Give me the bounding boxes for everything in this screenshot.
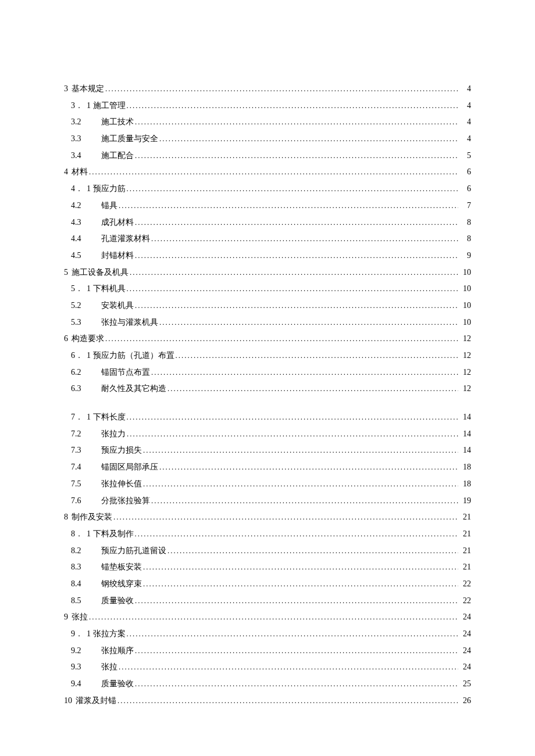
toc-leader-dots bbox=[135, 249, 458, 262]
toc-leader-dots bbox=[151, 494, 458, 507]
toc-section-number: 4.3 bbox=[71, 215, 91, 230]
toc-page-number: 9 bbox=[459, 248, 471, 263]
toc-page-number: 4 bbox=[459, 114, 471, 129]
toc-section-title: 张拉 bbox=[101, 662, 117, 671]
toc-blank-line bbox=[64, 398, 471, 410]
toc-entry: 9.4质量验收25 bbox=[64, 676, 471, 691]
toc-page-number: 24 bbox=[459, 660, 471, 674]
toc-leader-dots bbox=[127, 282, 459, 295]
toc-entry: 5施工设备及机具10 bbox=[64, 265, 471, 280]
toc-section-title: 施工配合 bbox=[101, 151, 134, 160]
toc-entry: 4.2锚具7 bbox=[64, 198, 471, 213]
toc-entry: 8制作及安装21 bbox=[64, 510, 471, 524]
toc-section-number: 4.2 bbox=[71, 198, 91, 213]
toc-leader-dots bbox=[130, 266, 458, 279]
toc-entry: 7.6分批张拉验算19 bbox=[64, 493, 471, 508]
toc-section-number: 6． bbox=[71, 351, 83, 360]
toc-page-number: 25 bbox=[459, 676, 471, 691]
toc-section-title: 1 张拉方案 bbox=[87, 629, 126, 638]
toc-section-number: 8.4 bbox=[71, 576, 91, 591]
toc-section-number: 7.4 bbox=[71, 460, 91, 474]
toc-chapter-title: 基本规定 bbox=[72, 84, 104, 93]
toc-label: 8.2预应力筋孔道留设 bbox=[71, 543, 166, 558]
toc-section-title: 分批张拉验算 bbox=[101, 496, 150, 505]
toc-entry: 4．1 预应力筋6 bbox=[64, 181, 471, 196]
toc-page-number: 4 bbox=[459, 98, 471, 113]
toc-label: 7.4锚固区局部承压 bbox=[71, 460, 158, 474]
toc-label: 6.3耐久性及其它构造 bbox=[71, 381, 166, 396]
toc-label: 6．1 预应力筋（孔道）布置 bbox=[71, 348, 174, 363]
table-of-contents: 3基本规定43．1 施工管理43.2施工技术43.3施工质量与安全43.4施工配… bbox=[64, 81, 471, 708]
toc-page-number: 21 bbox=[459, 560, 471, 574]
toc-section-number: 7.5 bbox=[71, 476, 91, 491]
toc-section-title: 孔道灌浆材料 bbox=[101, 234, 150, 243]
toc-section-title: 成孔材料 bbox=[101, 218, 134, 227]
toc-entry: 6.2锚固节点布置12 bbox=[64, 365, 471, 379]
toc-page-number: 10 bbox=[459, 265, 471, 280]
toc-entry: 4.3成孔材料8 bbox=[64, 215, 471, 230]
toc-label: 9．1 张拉方案 bbox=[71, 626, 126, 641]
toc-page-number: 12 bbox=[459, 365, 471, 379]
toc-page-number: 12 bbox=[459, 381, 471, 396]
toc-page-number: 18 bbox=[459, 476, 471, 491]
toc-label: 4材料 bbox=[64, 164, 88, 179]
toc-leader-dots bbox=[167, 544, 458, 557]
toc-section-number: 4． bbox=[71, 184, 83, 193]
toc-page-number: 22 bbox=[459, 576, 471, 591]
toc-entry: 7.5张拉伸长值18 bbox=[64, 476, 471, 491]
toc-label: 6构造要求 bbox=[64, 331, 104, 346]
toc-leader-dots bbox=[135, 115, 458, 128]
toc-entry: 8.5质量验收22 bbox=[64, 593, 471, 608]
toc-leader-dots bbox=[176, 349, 459, 362]
toc-section-number: 7.3 bbox=[71, 443, 91, 457]
toc-entry: 8.4钢绞线穿束22 bbox=[64, 576, 471, 591]
toc-page-number: 21 bbox=[459, 543, 471, 558]
toc-leader-dots bbox=[119, 660, 458, 673]
toc-leader-dots bbox=[151, 232, 458, 245]
toc-entry: 9.2张拉顺序24 bbox=[64, 643, 471, 658]
toc-leader-dots bbox=[143, 443, 458, 457]
toc-entry: 6构造要求12 bbox=[64, 331, 471, 346]
toc-entry: 4.5封锚材料9 bbox=[64, 248, 471, 263]
toc-leader-dots bbox=[159, 316, 458, 329]
toc-entry: 6．1 预应力筋（孔道）布置12 bbox=[64, 348, 471, 363]
toc-label: 4.3成孔材料 bbox=[71, 215, 134, 230]
toc-leader-dots bbox=[89, 165, 458, 178]
toc-chapter-title: 张拉 bbox=[72, 612, 88, 621]
toc-label: 7.2张拉力 bbox=[71, 427, 126, 441]
toc-chapter-number: 6 bbox=[64, 334, 68, 343]
toc-section-title: 质量验收 bbox=[101, 596, 134, 605]
toc-section-number: 6.3 bbox=[71, 381, 91, 396]
toc-leader-dots bbox=[143, 560, 458, 574]
toc-leader-dots bbox=[135, 527, 459, 540]
toc-leader-dots bbox=[105, 82, 458, 95]
toc-chapter-title: 制作及安装 bbox=[72, 513, 112, 521]
toc-leader-dots bbox=[127, 410, 459, 424]
toc-section-number: 8.3 bbox=[71, 560, 91, 574]
toc-leader-dots bbox=[135, 644, 458, 657]
toc-section-number: 9． bbox=[71, 629, 83, 638]
toc-entry: 3.4施工配合5 bbox=[64, 148, 471, 163]
toc-label: 5.2安装机具 bbox=[71, 298, 134, 313]
toc-page-number: 10 bbox=[459, 281, 471, 296]
toc-leader-dots bbox=[135, 216, 458, 229]
toc-section-number: 4.4 bbox=[71, 231, 91, 246]
toc-entry: 9.3张拉24 bbox=[64, 660, 471, 674]
toc-section-title: 钢绞线穿束 bbox=[101, 579, 142, 588]
toc-page-number: 14 bbox=[459, 443, 471, 457]
toc-label: 3.3施工质量与安全 bbox=[71, 131, 158, 146]
toc-leader-dots bbox=[135, 677, 458, 690]
toc-page-number: 7 bbox=[459, 198, 471, 213]
toc-entry: 4材料6 bbox=[64, 164, 471, 179]
toc-page-number: 6 bbox=[459, 181, 471, 196]
toc-leader-dots bbox=[167, 382, 458, 395]
toc-entry: 8．1 下料及制作21 bbox=[64, 526, 471, 541]
toc-leader-dots bbox=[105, 332, 458, 345]
toc-section-number: 9.2 bbox=[71, 643, 91, 658]
toc-leader-dots bbox=[127, 427, 458, 440]
toc-page-number: 12 bbox=[459, 348, 471, 363]
toc-section-title: 1 下料机具 bbox=[87, 284, 126, 293]
toc-page-number: 8 bbox=[459, 231, 471, 246]
toc-entry: 8.3锚垫板安装21 bbox=[64, 560, 471, 574]
toc-section-number: 3.3 bbox=[71, 131, 91, 146]
